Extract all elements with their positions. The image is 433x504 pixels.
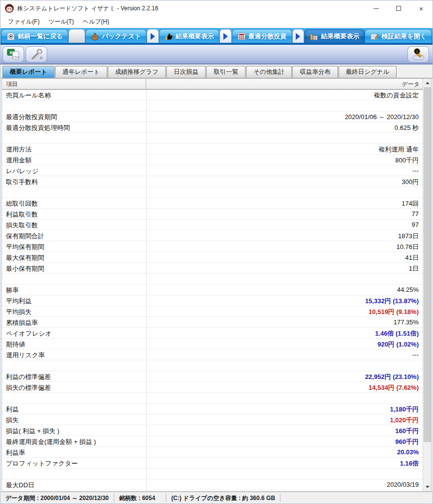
row-label: 損益( 利益 + 損失 ) [2,425,146,436]
row-value: 300円 [146,176,423,187]
vertical-scrollbar[interactable] [423,79,431,491]
row-label: 最終運用資金(運用金額 + 損益 ) [2,436,146,446]
table-row[interactable]: 期待値920円 (1.02%) [2,339,431,349]
tab-5[interactable]: その他集計 [246,66,292,78]
table-row[interactable]: 最大保有期間41日 [2,252,431,263]
maximize-button[interactable] [387,0,410,16]
nav-button-8[interactable]: 結果概要表示 [304,29,365,43]
table-row[interactable]: ペイオフレシオ1.46倍 (1.51倍) [2,328,431,339]
scroll-down-icon[interactable] [423,483,432,491]
table-row[interactable]: 総取引回数174回 [2,198,431,209]
scrollbar-thumb[interactable] [424,87,431,442]
row-label: 運用リスク率 [2,349,146,360]
table-row[interactable]: レバレッジ--- [2,165,431,176]
table-row[interactable]: 運用方法複利運用 通年 [2,144,431,155]
tab-7[interactable]: 最終日シグナル [339,66,397,78]
tab-0[interactable]: 概要レポート [2,66,55,78]
table-row[interactable]: 勝率44.25% [2,284,431,295]
tab-1[interactable]: 通年レポート [55,66,107,78]
menu-item-0[interactable]: ファイル(F) [3,16,44,28]
menu-item-2[interactable]: ヘルプ(H) [78,16,114,28]
open-notebook-icon [370,32,379,41]
table-header: 項目 データ [2,79,431,90]
column-header-item[interactable]: 項目 [2,79,146,89]
row-label [2,100,146,111]
table-row[interactable]: 損益( 利益 + 損失 )160千円 [2,425,431,436]
tab-2[interactable]: 成績推移グラフ [108,66,166,78]
table-row[interactable] [2,360,431,371]
nav-button-4[interactable]: 結果概要表示 [159,29,219,43]
row-value: 1,020千円 [146,414,423,425]
table-row[interactable]: 最大DD日2020/03/19 [2,479,431,490]
table-row[interactable]: 平均損失10,519円 (9.18%) [2,306,431,317]
row-value [146,274,423,284]
row-value: --- [146,349,423,360]
table-row[interactable] [2,100,431,111]
row-label: 損失取引数 [2,220,146,230]
row-value: 44.25% [146,284,423,295]
nav-button-2[interactable]: バックテスト [85,29,147,43]
row-label: 利益率 [2,447,146,457]
tab-6[interactable]: 収益率分布 [292,66,338,78]
table-row[interactable]: 損失取引数97 [2,220,431,230]
table-row[interactable]: 取引手数料300円 [2,176,431,187]
row-label [2,187,146,197]
minimize-button[interactable] [365,0,387,16]
fund-setting-button[interactable]: $ [407,46,429,63]
title-bar: 株システムトレードソフト イザナミ - Version 2.2.16 × [0,0,433,16]
backtest-moneybag-icon [91,32,99,41]
table-row[interactable]: 利益取引数77 [2,209,431,220]
tab-4[interactable]: 取引一覧 [206,66,246,78]
table-row[interactable]: 最適分散投資期間2020/01/06 ～ 2020/12/30 [2,111,431,122]
table-row[interactable]: 売買ルール名称複数の資金設定 [2,90,431,100]
report-tab-strip: 概要レポート通年レポート成績推移グラフ日次損益取引一覧その他集計収益率分布最終日… [0,64,433,78]
column-header-data[interactable]: データ [146,79,423,89]
table-row[interactable]: 運用金額800千円 [2,155,431,165]
nav-button-label: 結果概要表示 [321,32,359,41]
row-label [2,274,146,284]
row-label [2,360,146,371]
table-row[interactable] [2,469,431,479]
nav-button-label: バックテスト [102,32,141,41]
table-row[interactable] [2,133,431,144]
menu-item-1[interactable]: ツール(T) [44,16,78,28]
table-row[interactable]: プロフィットファクター1.16倍 [2,458,431,469]
row-label: 損失の標準偏差 [2,382,146,392]
table-row[interactable] [2,393,431,404]
export-excel-csv-button[interactable]: XCSV [2,46,24,63]
row-value: --- [146,165,423,176]
row-value [146,360,423,371]
table-row[interactable]: 利益1,180千円 [2,404,431,414]
table-row[interactable]: 平均利益15,332円 (13.87%) [2,295,431,306]
nav-button-label: 検証結果を開く [381,32,427,41]
nav-button-9[interactable]: 検証結果を開く [365,29,432,43]
table-row[interactable]: 利益率20.03% [2,447,431,458]
nav-row: 銘柄一覧に戻るバックテスト結果概要表示最適分散投資結果概要表示検証結果を開く [0,28,433,43]
row-value: 960千円 [146,436,423,446]
table-row[interactable]: 最適分散投資処理時間0.625 秒 [2,122,431,133]
table-row[interactable]: 累積損益率177.35% [2,317,431,328]
row-label [2,393,146,403]
menu-bar: ファイル(F)ツール(T)ヘルプ(H) [0,16,433,28]
table-row[interactable]: 平均保有期間10.76日 [2,241,431,252]
table-row[interactable]: 損失1,020千円 [2,414,431,425]
status-section-1: 銘柄数 : 6054 [114,494,166,502]
svg-text:$: $ [416,49,418,54]
tab-3[interactable]: 日次損益 [166,66,206,78]
row-value: 1.46倍 (1.51倍) [146,328,423,338]
table-row[interactable] [2,274,431,284]
table-row[interactable]: 損失の標準偏差14,534円 (7.62%) [2,382,431,393]
close-button[interactable]: × [410,0,433,16]
table-row[interactable]: 運用リスク率--- [2,349,431,360]
table-row[interactable]: 保有期間合計1873日 [2,230,431,241]
tools-button[interactable] [26,46,47,63]
scroll-up-icon[interactable] [423,79,432,87]
nav-button-6[interactable]: 最適分散投資 [232,29,292,43]
table-row[interactable]: 利益の標準偏差22,952円 (23.10%) [2,371,431,382]
table-row[interactable] [2,187,431,198]
table-row[interactable]: 最終運用資金(運用金額 + 損益 )960千円 [2,436,431,447]
table-row[interactable]: 最小保有期間1日 [2,263,431,274]
toolbar-left-group: XCSV [2,46,49,63]
row-label: 平均損失 [2,306,146,316]
nav-button-0[interactable]: 銘柄一覧に戻る [1,29,68,43]
